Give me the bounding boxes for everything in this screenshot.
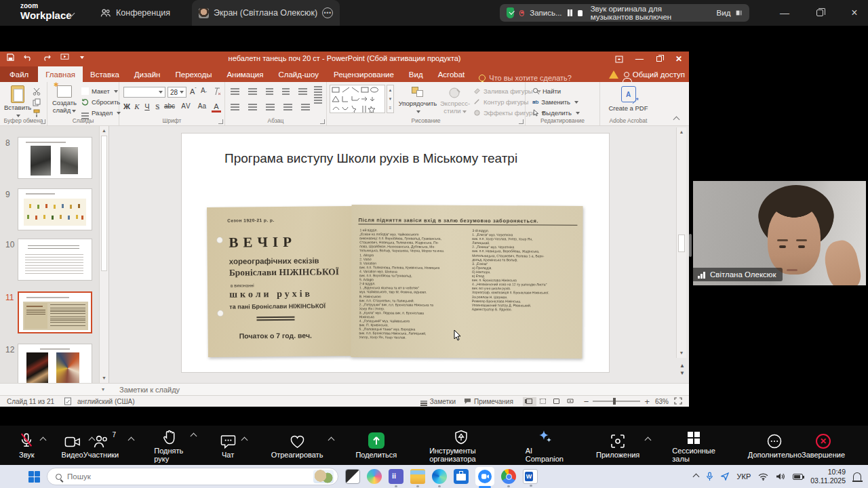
slide-thumbnail-8[interactable] [18, 137, 92, 179]
volume-icon[interactable] [776, 472, 785, 481]
reading-view-button[interactable] [550, 397, 564, 406]
notes-collapse-icon[interactable]: ▾ [102, 386, 104, 392]
arrange-button[interactable]: Упорядочить [397, 87, 438, 115]
align-right-icon[interactable] [266, 104, 275, 105]
slide-sorter-view-button[interactable] [536, 397, 550, 406]
apps-button[interactable]: Приложения [596, 432, 639, 459]
slide-thumbnail-9[interactable] [18, 188, 92, 230]
columns-icon[interactable] [301, 104, 310, 105]
normal-view-button[interactable] [523, 397, 536, 406]
slide-thumbnail-12[interactable] [18, 344, 92, 383]
breakout-rooms-button[interactable]: Сессионные залы [672, 428, 715, 463]
host-tools-button[interactable]: Инструменты организатора [429, 428, 493, 463]
react-button[interactable]: Отреагировать [271, 432, 323, 459]
window-minimize-button[interactable]: — [773, 0, 796, 26]
smartart-convert-icon[interactable] [314, 97, 322, 98]
shared-screen-scrollbar[interactable] [689, 234, 692, 257]
character-spacing-button[interactable]: АV [179, 102, 193, 110]
tab-home[interactable]: Главная [38, 66, 83, 82]
tab-slideshow[interactable]: Слайд-шоу [271, 66, 326, 82]
wifi-icon[interactable] [758, 473, 768, 481]
battery-icon[interactable] [793, 474, 803, 480]
increase-indent-icon[interactable] [282, 88, 290, 89]
clock[interactable]: 10:49 03.11.2025 [810, 468, 846, 485]
tray-hidden-icons-chevron[interactable] [693, 473, 700, 480]
collapse-ribbon-icon[interactable] [673, 117, 680, 123]
notes-toggle[interactable]: Заметки [420, 398, 456, 405]
numbering-icon[interactable] [248, 88, 257, 89]
file-explorer-icon[interactable] [410, 469, 425, 484]
tab-design[interactable]: Дизайн [127, 66, 168, 82]
paste-button[interactable]: Вставить [4, 85, 31, 119]
previous-next-slide-buttons[interactable]: ▲▼ [679, 362, 685, 377]
tab-view[interactable]: Вид [401, 66, 431, 82]
audio-button[interactable]: Звук [19, 432, 35, 459]
tab-shared-screen[interactable]: Экран (Світлана Олексюк) ••• [192, 0, 340, 26]
edge-icon[interactable] [432, 469, 447, 484]
video-button[interactable]: Видео [62, 432, 83, 459]
create-pdf-button[interactable]: A Create a PDF [600, 86, 656, 113]
reset-button[interactable]: Сбросить [81, 98, 120, 106]
bullets-icon[interactable] [231, 88, 239, 89]
taskbar-search[interactable] [47, 468, 338, 485]
fit-slide-button[interactable] [674, 397, 682, 406]
drawing-dialog-launcher-icon[interactable] [519, 119, 524, 124]
zoom-out-button[interactable]: − [584, 396, 589, 407]
cut-icon[interactable] [33, 87, 41, 96]
chrome-icon[interactable] [501, 469, 516, 484]
format-painter-icon[interactable] [33, 109, 41, 117]
comments-toggle[interactable]: Примечания [464, 398, 513, 405]
start-button[interactable] [28, 471, 40, 483]
task-view-icon[interactable] [345, 469, 360, 484]
select-button[interactable]: Выделить [532, 109, 580, 117]
new-slide-button[interactable]: Создать слайд [50, 85, 79, 115]
copy-icon[interactable] [33, 98, 41, 106]
tab-file[interactable]: Файл [0, 66, 38, 82]
tab-meeting[interactable]: Конференция [100, 0, 170, 26]
font-dialog-launcher-icon[interactable] [218, 119, 223, 124]
participants-chevron-icon[interactable] [128, 436, 135, 443]
shapes-gallery[interactable] [330, 85, 385, 113]
justify-icon[interactable] [283, 104, 292, 105]
shapes-scroll[interactable]: ▲▼≡ [387, 85, 394, 113]
end-meeting-button[interactable]: ✕ Завершение [802, 432, 845, 459]
raise-hand-chevron-icon[interactable] [190, 432, 197, 439]
clipboard-dialog-launcher-icon[interactable] [41, 119, 45, 124]
notifications-bell-icon[interactable] [853, 472, 861, 481]
tab-animations[interactable]: Анимация [219, 66, 271, 82]
slide-thumbnail-10[interactable] [18, 239, 92, 281]
search-input[interactable] [67, 472, 277, 481]
layout-button[interactable]: Макет [81, 87, 118, 95]
bold-button[interactable]: Ж [122, 102, 132, 110]
slide-thumbnail-11-selected[interactable] [18, 291, 92, 333]
paragraph-dialog-launcher-icon[interactable] [320, 119, 325, 124]
tray-location-icon[interactable] [721, 472, 729, 481]
strikethrough-button[interactable]: abc [163, 102, 176, 110]
microsoft-store-icon[interactable] [454, 469, 469, 484]
window-restore-button[interactable] [808, 0, 831, 26]
view-menu[interactable]: Вид [717, 9, 731, 17]
replace-button[interactable]: abЗаменить [532, 98, 578, 106]
apps-chevron-icon[interactable] [645, 436, 652, 443]
change-case-button[interactable]: Аа [195, 102, 209, 110]
tab-review[interactable]: Рецензирование [326, 66, 401, 82]
react-chevron-icon[interactable] [328, 436, 335, 443]
tray-microphone-icon[interactable] [706, 472, 713, 481]
align-center-icon[interactable] [248, 104, 257, 105]
tab-acrobat[interactable]: Acrobat [431, 66, 473, 82]
tab-transitions[interactable]: Переходы [167, 66, 219, 82]
word-icon[interactable]: W [523, 469, 538, 484]
tab-insert[interactable]: Вставка [83, 66, 127, 82]
zoom-in-button[interactable]: + [644, 396, 650, 407]
grow-font-button[interactable]: Аˆ [190, 87, 197, 96]
participants-button[interactable]: 7 Участники [83, 432, 119, 459]
slideshow-view-button[interactable] [564, 397, 577, 406]
ppt-minimize-button[interactable]: — [629, 52, 650, 66]
ppt-close-button[interactable]: ✕ [669, 52, 689, 66]
align-left-icon[interactable] [231, 104, 239, 105]
decrease-indent-icon[interactable] [266, 88, 273, 89]
clear-formatting-icon[interactable] [213, 87, 221, 96]
italic-button[interactable]: К [132, 102, 142, 110]
font-name-combo[interactable] [123, 87, 165, 98]
tell-me-box[interactable]: Что вы хотите сделать? [472, 74, 578, 82]
